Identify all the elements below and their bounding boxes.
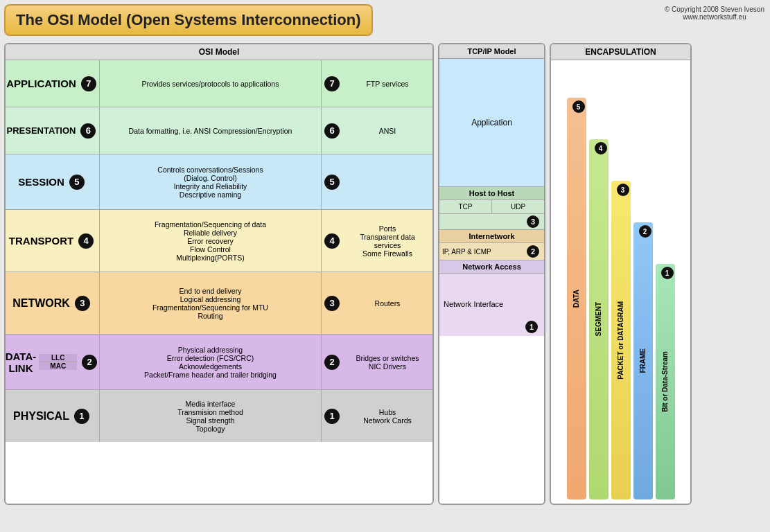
- badge-pres2: 6: [324, 123, 340, 139]
- encap-badge-1: 1: [661, 267, 674, 279]
- datalink-label: DATA-LINK: [6, 351, 36, 374]
- layer-name-session: SESSION 5: [6, 154, 99, 209]
- layer-name-physical: PHYSICAL 1: [6, 390, 99, 442]
- badge-app2: 7: [324, 76, 340, 91]
- osi-row-network: NETWORK 3 End to end deliveryLogical add…: [6, 272, 432, 335]
- tcpip-application-block: Application: [439, 59, 544, 187]
- osi-row-application: APPLICATION 7 Provides services/protocol…: [6, 60, 432, 107]
- title-bar: The OSI Model (Open Systems Interconnect…: [4, 4, 373, 36]
- layer-name-application: APPLICATION 7: [6, 60, 99, 107]
- osi-row-datalink: DATA-LINK LLC MAC 2 Physical addressingE…: [6, 335, 432, 390]
- physical-label: PHYSICAL: [13, 410, 69, 423]
- layer-desc-application: Provides services/protocols to applicati…: [99, 60, 322, 107]
- mac-label: MAC: [39, 362, 77, 370]
- osi-row-physical: PHYSICAL 1 Media interfaceTransmision me…: [6, 390, 432, 442]
- page-title: The OSI Model (Open Systems Interconnect…: [16, 11, 361, 29]
- layer-example-network: Routers: [342, 272, 432, 334]
- application-label: APPLICATION: [6, 78, 76, 89]
- tcpip-application-label: Application: [471, 118, 512, 127]
- badge-data: 2: [82, 355, 97, 370]
- encap-bar-frame: FRAME 2: [633, 222, 653, 499]
- badge-phys: 1: [74, 409, 89, 424]
- badge-sess: 5: [69, 175, 85, 190]
- badge-trans: 4: [78, 233, 94, 249]
- presentation-label: PRESENTATION: [7, 125, 76, 136]
- encap-bar-bit: Bit or Data-Stream 1: [656, 264, 675, 499]
- main-content: OSI Model APPLICATION 7 Provides service…: [4, 43, 766, 505]
- encap-badge-3: 3: [617, 184, 629, 196]
- encap-table: ENCAPSULATION DATA 5 SEGMENT 4 PACKET or…: [550, 43, 692, 505]
- layer-name-network: NETWORK 3: [6, 272, 99, 334]
- layer-example-session: [342, 154, 432, 209]
- tcpip-badge-2: 2: [527, 245, 539, 258]
- badge-net2: 3: [324, 296, 340, 311]
- layer-desc-datalink: Physical addressingError detection (FCS/…: [99, 335, 322, 389]
- encap-badge-2: 2: [639, 225, 651, 238]
- layer-example-application: FTP services: [342, 60, 432, 107]
- encap-segment-label: SEGMENT: [595, 302, 602, 336]
- tcpip-tcp-label: TCP: [439, 200, 492, 213]
- layer-example-transport: PortsTransparent data servicesSome Firew…: [342, 210, 432, 272]
- tcpip-internetwork-label: Internetwork: [439, 230, 544, 243]
- tcpip-ip-arp-icmp: IP, ARP & ICMP 2: [439, 243, 544, 260]
- osi-table: OSI Model APPLICATION 7 Provides service…: [4, 43, 434, 505]
- layer-desc-network: End to end deliveryLogical addressingFra…: [99, 272, 322, 334]
- layer-desc-transport: Fragmentation/Sequencing of dataReliable…: [99, 210, 322, 272]
- encap-bit-label: Bit or Data-Stream: [661, 351, 669, 412]
- tcpip-badge-1: 1: [525, 321, 538, 333]
- encap-bar-packet: PACKET or DATAGRAM 3: [611, 181, 631, 499]
- osi-row-presentation: PRESENTATION 6 Data formatting, i.e. ANS…: [6, 107, 432, 154]
- tcpip-network-access-label: Network Access: [439, 260, 544, 274]
- tcpip-badge-3-row: 3: [439, 214, 544, 230]
- badge-data2: 2: [324, 355, 340, 370]
- osi-row-transport: TRANSPORT 4 Fragmentation/Sequencing of …: [6, 210, 432, 272]
- osi-header: OSI Model: [6, 44, 432, 60]
- tcpip-host-to-host-label: Host to Host: [439, 187, 544, 200]
- badge-phys2: 1: [324, 409, 340, 424]
- llc-label: LLC: [39, 354, 77, 362]
- layer-example-presentation: ANSI: [342, 107, 432, 154]
- layer-desc-physical: Media interfaceTransmision methodSignal …: [99, 390, 322, 442]
- tcpip-netint-label: Network Interface: [444, 299, 503, 310]
- osi-row-session: SESSION 5 Controls conversations/Session…: [6, 154, 432, 210]
- tcpip-network-interface: Network Interface 1: [439, 274, 544, 336]
- tcpip-table: TCP/IP Model Application Host to Host TC…: [438, 43, 545, 505]
- tcpip-badge-3: 3: [527, 215, 539, 228]
- network-label: NETWORK: [12, 297, 70, 310]
- encap-body: DATA 5 SEGMENT 4 PACKET or DATAGRAM 3 FR…: [551, 60, 690, 504]
- encap-frame-label: FRAME: [639, 348, 647, 373]
- layer-example-physical: HubsNetwork Cards: [342, 390, 432, 442]
- tcpip-header: TCP/IP Model: [439, 44, 544, 59]
- layer-example-datalink: Bridges or switchesNIC Drivers: [342, 335, 432, 389]
- badge-net: 3: [75, 296, 90, 311]
- page-wrapper: The OSI Model (Open Systems Interconnect…: [0, 0, 770, 532]
- encap-bar-data: DATA 5: [567, 98, 586, 499]
- badge-sess2: 5: [324, 175, 340, 190]
- badge-trans2: 4: [324, 233, 340, 249]
- layer-name-presentation: PRESENTATION 6: [6, 107, 99, 154]
- encap-badge-4: 4: [595, 142, 607, 154]
- badge-app: 7: [81, 76, 96, 91]
- transport-label: TRANSPORT: [9, 235, 73, 247]
- layer-name-transport: TRANSPORT 4: [6, 210, 99, 272]
- badge-pres: 6: [80, 123, 96, 139]
- layer-name-datalink: DATA-LINK LLC MAC 2: [6, 335, 99, 389]
- copyright: © Copyright 2008 Steven Iveson www.netwo…: [665, 6, 764, 21]
- encap-data-label: DATA: [572, 290, 580, 308]
- encap-packet-label: PACKET or DATAGRAM: [617, 301, 624, 380]
- layer-desc-session: Controls conversations/Sessions(Dialog. …: [99, 154, 322, 209]
- tcpip-hostohost-protocols: TCP UDP: [439, 200, 544, 214]
- encap-bar-segment: SEGMENT 4: [589, 139, 609, 499]
- tcpip-ip-label: IP, ARP & ICMP: [442, 248, 491, 256]
- layer-desc-presentation: Data formatting, i.e. ANSI Compression/E…: [99, 107, 322, 154]
- session-label: SESSION: [18, 176, 64, 188]
- encap-badge-5: 5: [572, 100, 585, 113]
- tcpip-udp-label: UDP: [492, 200, 544, 213]
- encap-header: ENCAPSULATION: [551, 44, 690, 60]
